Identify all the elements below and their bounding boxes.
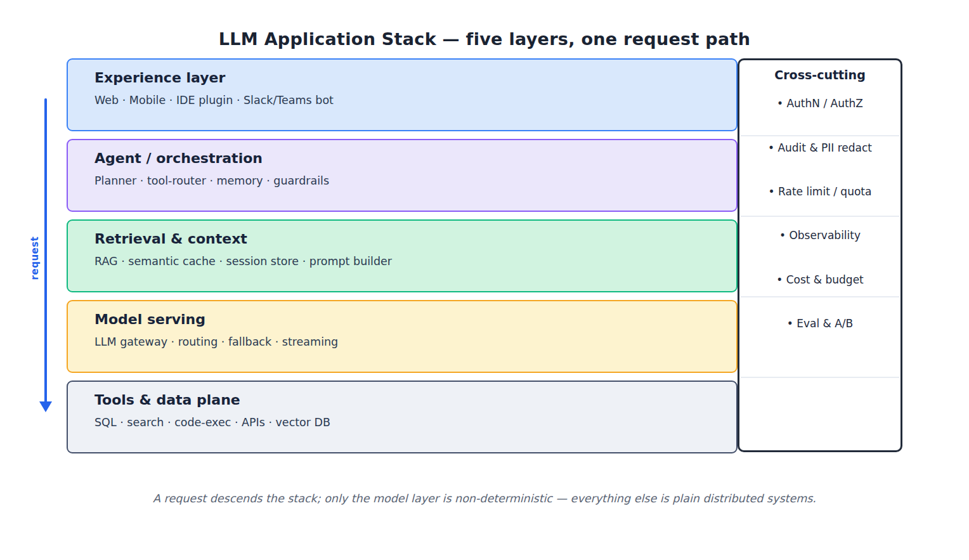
cross-cutting-item: Cost & budget [739, 273, 901, 286]
request-arrow-down-icon [39, 401, 52, 412]
layer-title: Tools & data plane [94, 392, 736, 408]
layer-subtitle: RAG · semantic cache · session store · p… [94, 255, 736, 268]
cross-cutting-panel: Cross-cutting AuthN / AuthZ Audit & PII … [738, 58, 902, 452]
layer-subtitle: SQL · search · code-exec · APIs · vector… [94, 416, 736, 429]
layer-subtitle: LLM gateway · routing · fallback · strea… [94, 335, 736, 348]
panel-divider [741, 377, 899, 378]
layer-subtitle: Web · Mobile · IDE plugin · Slack/Teams … [94, 94, 736, 107]
panel-divider [741, 135, 899, 136]
layer-subtitle: Planner · tool-router · memory · guardra… [94, 174, 736, 187]
panel-divider [741, 216, 899, 217]
cross-cutting-item: Eval & A/B [739, 317, 901, 330]
layer-model-serving: Model serving LLM gateway · routing · fa… [67, 300, 738, 373]
layer-title: Model serving [94, 311, 736, 327]
diagram-canvas: LLM Application Stack — five layers, one… [0, 0, 969, 560]
diagram-title: LLM Application Stack — five layers, one… [0, 29, 969, 49]
layer-retrieval-context: Retrieval & context RAG · semantic cache… [67, 219, 738, 292]
caption: A request descends the stack; only the m… [0, 492, 969, 505]
layer-agent-orchestration: Agent / orchestration Planner · tool-rou… [67, 139, 738, 212]
request-arrow-line [44, 98, 47, 403]
layer-title: Retrieval & context [94, 231, 736, 247]
layer-title: Agent / orchestration [94, 150, 736, 166]
layer-title: Experience layer [94, 70, 736, 86]
cross-cutting-title: Cross-cutting [739, 68, 901, 82]
cross-cutting-item: Audit & PII redact [739, 141, 901, 154]
layer-tools-data-plane: Tools & data plane SQL · search · code-e… [67, 381, 738, 453]
cross-cutting-item: Observability [739, 229, 901, 242]
cross-cutting-item: AuthN / AuthZ [739, 97, 901, 110]
request-arrow-label: request [29, 220, 41, 296]
layer-experience: Experience layer Web · Mobile · IDE plug… [67, 58, 738, 131]
panel-divider [741, 296, 899, 297]
cross-cutting-item: Rate limit / quota [739, 185, 901, 198]
